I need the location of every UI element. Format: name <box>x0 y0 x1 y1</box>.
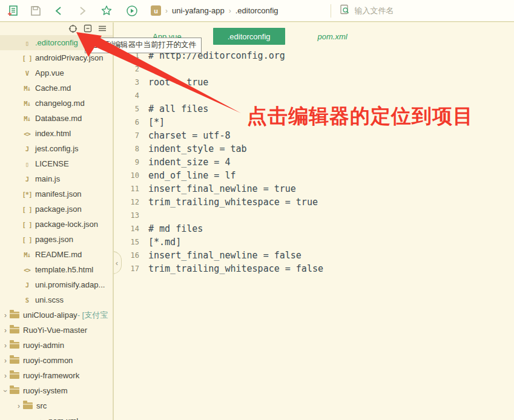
line-number: 14 <box>114 222 139 235</box>
chevron-right-icon[interactable]: › <box>1 372 10 380</box>
menu-icon[interactable] <box>97 24 107 33</box>
item-label: LICENSE <box>35 159 69 168</box>
tab-label: .editorconfig <box>228 32 271 41</box>
code-line: insert_final_newline = true <box>148 182 323 195</box>
tree-file-README.md[interactable]: M↓README.md <box>0 247 113 262</box>
chevron-right-icon[interactable]: › <box>1 356 10 365</box>
line-number: 8 <box>114 142 139 156</box>
line-number: 2 <box>114 62 139 76</box>
tree-folder-ruoyi-admin[interactable]: ›ruoyi-admin <box>0 338 113 353</box>
code-content[interactable]: # http://editorconfig.org root = true # … <box>139 49 323 275</box>
line-number: 10 <box>114 169 139 182</box>
explorer-header <box>0 22 113 35</box>
file-search <box>331 4 464 18</box>
project-badge[interactable]: u <box>151 5 161 16</box>
breadcrumb-separator-icon: › <box>229 7 231 15</box>
code-line: trim_trailing_whitespace = true <box>148 195 323 209</box>
item-label: App.vue <box>35 68 64 77</box>
tree-file-uni.scss[interactable]: Suni.scss <box>0 292 113 307</box>
tree-folder-src[interactable]: ›src <box>0 398 113 413</box>
html-icon: <> <box>22 130 32 137</box>
tree-file-template.h5.html[interactable]: <>template.h5.html <box>0 262 113 277</box>
tab-.editorconfig[interactable]: .editorconfig <box>213 28 285 45</box>
item-label: changelog.md <box>35 99 85 108</box>
vue-icon: V <box>22 70 32 77</box>
item-label: package.json <box>35 205 82 214</box>
item-label: androidPrivacy.json <box>35 53 103 62</box>
html-icon: <> <box>22 266 32 274</box>
run-icon[interactable] <box>122 3 142 19</box>
json-icon: [ ] <box>22 236 32 243</box>
new-file-icon[interactable] <box>2 3 23 19</box>
tab-pom.xml[interactable]: pom.xml <box>303 28 362 45</box>
item-label: src <box>36 401 47 410</box>
markdown-icon: M↓ <box>22 85 32 92</box>
line-number: 12 <box>114 195 139 209</box>
forward-icon[interactable] <box>72 3 93 19</box>
code-area[interactable]: 1234567891011121314151617 # http://edito… <box>114 45 514 275</box>
locate-file-icon[interactable] <box>68 24 77 33</box>
tree-folder-ruoyi-framework[interactable]: ›ruoyi-framework <box>0 368 113 383</box>
breadcrumb-item-file[interactable]: .editorconfig <box>236 6 278 15</box>
item-label: ruoyi-admin <box>23 341 64 350</box>
tree-file-LICENSE[interactable]: ▯LICENSE <box>0 156 113 171</box>
breadcrumb-separator-icon: › <box>165 7 168 15</box>
tree-file-changelog.md[interactable]: M↓changelog.md <box>0 96 113 111</box>
folder-icon <box>10 327 19 333</box>
folder-icon <box>10 357 19 364</box>
item-label: ruoyi-common <box>23 356 73 365</box>
tree-file-index.html[interactable]: <>index.html <box>0 126 113 141</box>
tree-folder-RuoYi-Vue-master[interactable]: ›RuoYi-Vue-master <box>0 323 113 338</box>
file-icon: ▯ <box>22 39 32 47</box>
tree-file-package.json[interactable]: [ ]package.json <box>0 202 113 217</box>
line-number: 9 <box>114 156 139 169</box>
code-line: indent_size = 4 <box>148 156 323 169</box>
collapse-all-icon[interactable] <box>83 24 92 33</box>
chevron-right-icon[interactable]: › <box>15 402 23 410</box>
tree-file-main.js[interactable]: Jmain.js <box>0 171 113 186</box>
line-numbers: 1234567891011121314151617 <box>114 49 139 275</box>
markdown-icon: M↓ <box>22 115 32 122</box>
code-line: indent_style = tab <box>148 142 323 156</box>
search-input[interactable] <box>355 6 464 15</box>
item-label: .editorconfig <box>35 38 78 47</box>
breadcrumb-item-project[interactable]: uni-yafang-app <box>172 6 225 15</box>
back-icon[interactable] <box>48 3 69 19</box>
tree-file-Database.md[interactable]: M↓Database.md <box>0 111 113 126</box>
line-number: 6 <box>114 116 139 129</box>
favorite-star-icon[interactable] <box>96 3 117 19</box>
item-label: template.h5.html <box>35 265 93 274</box>
code-line: trim_trailing_whitespace = false <box>148 262 323 275</box>
scss-icon: S <box>22 297 32 304</box>
tree-folder-ruoyi-system[interactable]: ›ruoyi-system <box>0 383 113 398</box>
item-label: main.js <box>35 174 60 183</box>
chevron-right-icon[interactable]: › <box>1 341 10 350</box>
folder-icon <box>10 387 19 394</box>
chevron-right-icon[interactable]: › <box>1 326 10 335</box>
json-icon: [ ] <box>22 54 32 62</box>
tree-file-jest.config.js[interactable]: Jjest.config.js <box>0 141 113 156</box>
item-label: package-lock.json <box>35 220 98 229</box>
chevron-down-icon[interactable]: › <box>1 387 10 395</box>
tree-file-pages.json[interactable]: [ ]pages.json <box>0 232 113 247</box>
code-line <box>148 62 323 76</box>
item-label: jest.config.js <box>35 144 79 153</box>
item-label-suffix: - [支付宝 <box>77 310 108 321</box>
tree-file-manifest.json[interactable]: [*]manifest.json <box>0 186 113 202</box>
tree-folder-ruoyi-common[interactable]: ›ruoyi-common <box>0 353 113 368</box>
tree-file-uni.promisify.adap...[interactable]: Juni.promisify.adap... <box>0 277 113 292</box>
item-label: RuoYi-Vue-master <box>23 326 87 335</box>
item-label: pages.json <box>35 235 73 244</box>
line-number: 3 <box>114 76 139 89</box>
save-icon[interactable] <box>25 3 46 19</box>
tree-file-App.vue[interactable]: VApp.vue <box>0 65 113 80</box>
code-line: charset = utf-8 <box>148 129 323 142</box>
tree-file-pom.xml[interactable]: <>pom.xml <box>0 413 113 420</box>
chevron-right-icon[interactable]: › <box>1 311 10 320</box>
tree-file-package-lock.json[interactable]: [ ]package-lock.json <box>0 217 113 232</box>
folder-icon <box>10 372 19 379</box>
toolbar: u › uni-yafang-app › .editorconfig <box>0 0 514 22</box>
tree-file-Cache.md[interactable]: M↓Cache.md <box>0 80 113 96</box>
tree-folder-uniCloud-alipay[interactable]: ›uniCloud-alipay - [支付宝 <box>0 307 113 323</box>
item-label: uni.promisify.adap... <box>35 280 105 289</box>
